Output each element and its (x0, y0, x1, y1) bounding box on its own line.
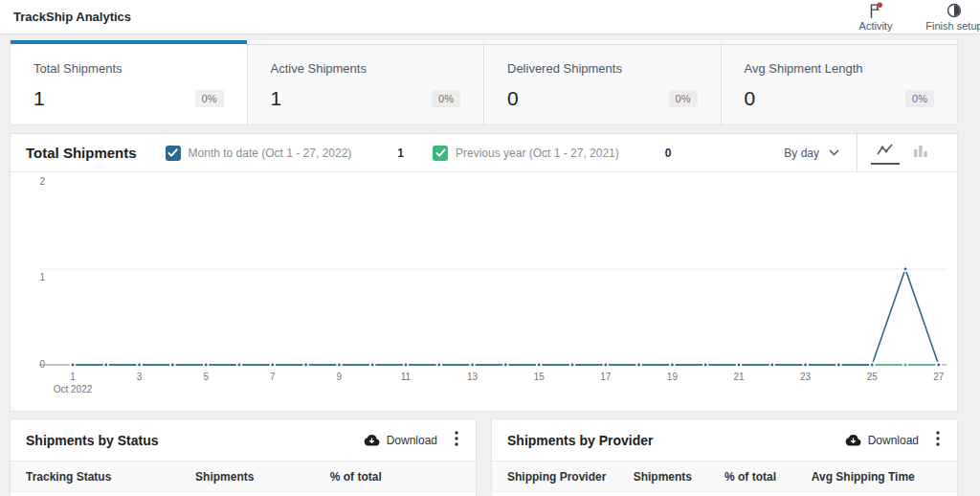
svg-text:27: 27 (933, 372, 945, 382)
finish-setup-label: Finish setup (925, 20, 980, 32)
tab-value: 1 (33, 87, 45, 110)
series-toggle-current[interactable]: Month to date (Oct 1 - 27, 2022) (166, 146, 352, 161)
tab-label: Delivered Shipments (507, 61, 698, 76)
column-header: % of total (330, 470, 460, 484)
line-chart-icon (877, 144, 894, 156)
svg-text:2: 2 (39, 176, 45, 187)
header-actions: Activity Finish setup (846, 2, 980, 32)
download-button[interactable]: Download (364, 434, 437, 447)
tab-value: 0 (745, 87, 756, 110)
svg-text:3: 3 (137, 372, 143, 382)
column-header: Avg Shipping Time (812, 470, 942, 484)
svg-text:19: 19 (667, 372, 679, 382)
checkbox-checked-icon (166, 146, 181, 161)
download-button[interactable]: Download (845, 434, 919, 447)
summary-tab-avg-shipment-length[interactable]: Avg Shipment Length 0 0% (721, 40, 958, 124)
column-header: Shipments (634, 470, 724, 484)
tab-value: 0 (507, 87, 519, 110)
finish-setup-button[interactable]: Finish setup (924, 2, 980, 32)
shipments-line-chart: 01213579111315171921232527Oct 2022 (11, 173, 955, 407)
panel-title: Shipments by Status (26, 433, 364, 448)
chart-plot-area: 01213579111315171921232527Oct 2022 (11, 172, 957, 411)
summary-tab-total-shipments[interactable]: Total Shipments 1 0% (11, 40, 247, 124)
kebab-menu-icon[interactable] (934, 429, 942, 451)
svg-text:0: 0 (39, 359, 45, 370)
checkbox-checked-icon (433, 146, 448, 161)
chart-header: Total Shipments Month to date (Oct 1 - 2… (11, 134, 957, 172)
series-label: Month to date (Oct 1 - 27, 2022) (189, 147, 352, 160)
svg-text:9: 9 (337, 372, 343, 382)
summary-tab-active-shipments[interactable]: Active Shipments 1 0% (247, 40, 484, 124)
shipments-by-provider-panel: Shipments by Provider Download Shipping … (491, 418, 958, 496)
divider (857, 134, 858, 172)
shipments-by-status-panel: Shipments by Status Download Tracking St… (10, 418, 477, 496)
bar-chart-toggle[interactable] (907, 143, 934, 164)
column-header: Shipping Provider (507, 470, 634, 484)
svg-text:7: 7 (270, 372, 276, 382)
svg-text:17: 17 (600, 372, 612, 382)
chart-title: Total Shipments (26, 145, 137, 161)
svg-text:25: 25 (867, 372, 879, 382)
flag-icon (867, 2, 884, 19)
tab-label: Total Shipments (33, 61, 224, 76)
summary-tab-delivered-shipments[interactable]: Delivered Shipments 0 0% (483, 40, 721, 124)
cloud-download-icon (845, 434, 861, 446)
series-toggle-previous[interactable]: Previous year (Oct 1 - 27, 2021) (433, 146, 619, 161)
tab-delta-badge: 0% (669, 90, 698, 107)
line-chart-toggle[interactable] (871, 142, 900, 165)
page-title: TrackShip Analytics (13, 10, 131, 24)
svg-text:21: 21 (733, 372, 745, 382)
kebab-menu-icon[interactable] (453, 429, 460, 451)
summary-tabs: Total Shipments 1 0% Active Shipments 1 … (10, 40, 958, 125)
bar-chart-icon (913, 145, 928, 157)
svg-text:11: 11 (401, 372, 412, 382)
tab-delta-badge: 0% (432, 90, 460, 107)
svg-text:1: 1 (39, 272, 45, 282)
svg-text:23: 23 (800, 372, 812, 382)
half-circle-icon (946, 2, 963, 19)
interval-dropdown[interactable]: By day (784, 147, 839, 160)
column-header: Shipments (195, 470, 330, 484)
series-label: Previous year (Oct 1 - 27, 2021) (456, 147, 619, 160)
cloud-download-icon (364, 434, 380, 446)
svg-text:5: 5 (203, 372, 209, 382)
svg-text:Oct 2022: Oct 2022 (54, 384, 93, 395)
tab-delta-badge: 0% (905, 90, 934, 107)
column-header: % of total (724, 470, 812, 484)
table-row (492, 492, 957, 496)
download-label: Download (868, 434, 919, 447)
svg-text:1: 1 (70, 372, 76, 382)
series-value: 1 (397, 147, 404, 160)
tab-delta-badge: 0% (195, 90, 224, 107)
chevron-down-icon (829, 149, 839, 156)
activity-button[interactable]: Activity (846, 2, 905, 32)
panel-title: Shipments by Provider (507, 433, 845, 448)
activity-label: Activity (859, 20, 893, 32)
svg-text:15: 15 (534, 372, 546, 382)
tab-label: Avg Shipment Length (745, 61, 935, 76)
download-label: Download (387, 434, 437, 447)
svg-text:13: 13 (467, 372, 479, 382)
chart-panel: Total Shipments Month to date (Oct 1 - 2… (10, 133, 958, 412)
bottom-panels: Shipments by Status Download Tracking St… (10, 418, 958, 496)
top-header: TrackShip Analytics Activity Finish setu… (0, 0, 980, 34)
table-row (11, 492, 476, 496)
table-header-row: Tracking Status Shipments % of total (11, 462, 476, 492)
series-value: 0 (665, 147, 672, 160)
interval-label: By day (784, 147, 819, 160)
column-header: Tracking Status (26, 470, 195, 484)
tab-value: 1 (271, 87, 282, 110)
tab-label: Active Shipments (271, 61, 461, 76)
table-header-row: Shipping Provider Shipments % of total A… (492, 462, 957, 492)
